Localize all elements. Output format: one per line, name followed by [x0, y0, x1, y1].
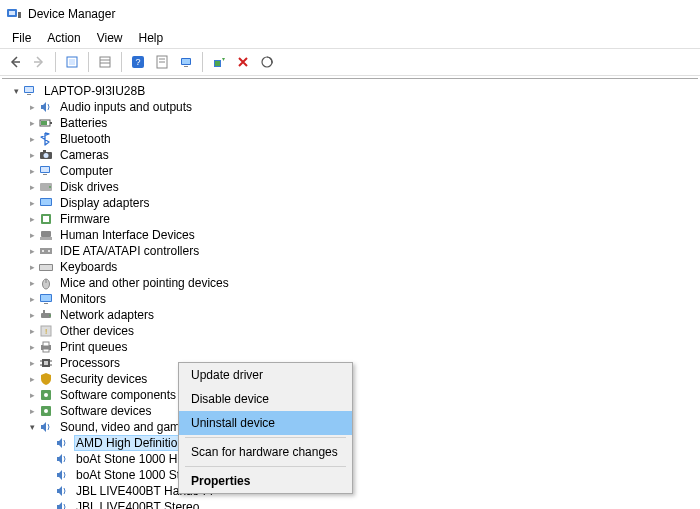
other-icon: !	[38, 323, 54, 339]
add-legacy-button[interactable]	[208, 51, 230, 73]
device-node[interactable]: JBL LIVE400BT Hands-Fr	[42, 483, 698, 499]
svg-rect-37	[41, 231, 51, 237]
help-button[interactable]: ?	[127, 51, 149, 73]
computer-icon	[22, 83, 38, 99]
chevron-icon[interactable]	[26, 373, 38, 385]
menu-file[interactable]: File	[4, 29, 39, 47]
category-node[interactable]: Sound, video and game controllers	[26, 419, 698, 435]
details-button[interactable]	[94, 51, 116, 73]
chevron-icon[interactable]	[26, 197, 38, 209]
chevron-icon[interactable]	[26, 229, 38, 241]
svg-rect-20	[25, 87, 33, 92]
context-menu-item[interactable]: Properties	[179, 469, 352, 493]
menu-help[interactable]: Help	[131, 29, 172, 47]
chevron-icon[interactable]	[26, 405, 38, 417]
svg-point-41	[48, 250, 50, 252]
svg-rect-38	[40, 237, 52, 240]
chevron-icon[interactable]	[26, 101, 38, 113]
svg-rect-14	[182, 59, 190, 64]
back-button[interactable]	[4, 51, 26, 73]
category-node[interactable]: Audio inputs and outputs	[26, 99, 698, 115]
context-menu-item[interactable]: Update driver	[179, 363, 352, 387]
disk-icon	[38, 179, 54, 195]
device-node[interactable]: boAt Stone 1000 Hands	[42, 451, 698, 467]
show-hidden-button[interactable]	[61, 51, 83, 73]
audio-icon	[54, 483, 70, 499]
svg-text:?: ?	[135, 57, 140, 67]
context-menu-item[interactable]: Disable device	[179, 387, 352, 411]
monitor-button[interactable]	[175, 51, 197, 73]
category-node[interactable]: !Other devices	[26, 323, 698, 339]
category-node[interactable]: IDE ATA/ATAPI controllers	[26, 243, 698, 259]
toolbar-sep	[121, 52, 122, 72]
chevron-icon[interactable]	[26, 245, 38, 257]
category-label: Display adapters	[58, 196, 151, 210]
mouse-icon	[38, 275, 54, 291]
menu-action[interactable]: Action	[39, 29, 88, 47]
toolbar: ?	[0, 48, 700, 76]
svg-point-51	[49, 315, 51, 317]
category-node[interactable]: Cameras	[26, 147, 698, 163]
menu-view[interactable]: View	[89, 29, 131, 47]
category-label: Firmware	[58, 212, 112, 226]
svg-rect-48	[44, 303, 48, 304]
chevron-icon[interactable]	[26, 325, 38, 337]
category-node[interactable]: Mice and other pointing devices	[26, 275, 698, 291]
category-node[interactable]: Monitors	[26, 291, 698, 307]
category-node[interactable]: Software components	[26, 387, 698, 403]
chevron-icon[interactable]	[26, 181, 38, 193]
category-node[interactable]: Firmware	[26, 211, 698, 227]
category-node[interactable]: Print queues	[26, 339, 698, 355]
device-node[interactable]: JBL LIVE400BT Stereo	[42, 499, 698, 509]
scan-button[interactable]	[256, 51, 278, 73]
category-node[interactable]: Software devices	[26, 403, 698, 419]
category-node[interactable]: Security devices	[26, 371, 698, 387]
context-menu-item[interactable]: Scan for hardware changes	[179, 440, 352, 464]
category-node[interactable]: Keyboards	[26, 259, 698, 275]
category-node[interactable]: Human Interface Devices	[26, 227, 698, 243]
chevron-icon[interactable]	[26, 261, 38, 273]
context-menu-item[interactable]: Uninstall device	[179, 411, 352, 435]
forward-button[interactable]	[28, 51, 50, 73]
category-node[interactable]: Disk drives	[26, 179, 698, 195]
svg-text:!: !	[45, 327, 47, 336]
category-node[interactable]: Processors	[26, 355, 698, 371]
ide-icon	[38, 243, 54, 259]
category-node[interactable]: Bluetooth	[26, 131, 698, 147]
svg-rect-34	[41, 199, 51, 205]
chevron-icon[interactable]	[26, 277, 38, 289]
delete-button[interactable]	[232, 51, 254, 73]
svg-rect-1	[9, 11, 15, 15]
chevron-icon[interactable]	[26, 213, 38, 225]
chevron-icon[interactable]	[26, 149, 38, 161]
tree-root-node[interactable]: LAPTOP-9I3IU28B	[10, 83, 698, 99]
svg-point-64	[44, 393, 48, 397]
chevron-icon[interactable]	[26, 293, 38, 305]
svg-rect-56	[43, 349, 49, 352]
category-node[interactable]: Display adapters	[26, 195, 698, 211]
audio-icon	[54, 435, 70, 451]
audio-icon	[38, 419, 54, 435]
chevron-icon[interactable]	[26, 421, 38, 433]
chevron-icon[interactable]	[26, 309, 38, 321]
context-menu-separator	[185, 437, 346, 438]
device-node[interactable]: AMD High Definition Au	[42, 435, 698, 451]
window-title: Device Manager	[28, 7, 115, 21]
category-node[interactable]: Computer	[26, 163, 698, 179]
category-node[interactable]: Network adapters	[26, 307, 698, 323]
chevron-icon[interactable]	[26, 341, 38, 353]
device-node[interactable]: boAt Stone 1000 Stereo	[42, 467, 698, 483]
chevron-icon[interactable]	[26, 165, 38, 177]
monitor-icon	[38, 291, 54, 307]
chevron-down-icon[interactable]	[10, 85, 22, 97]
chevron-icon[interactable]	[26, 117, 38, 129]
properties-button[interactable]	[151, 51, 173, 73]
menubar: File Action View Help	[0, 28, 700, 48]
chevron-icon[interactable]	[26, 357, 38, 369]
category-label: Monitors	[58, 292, 108, 306]
chevron-icon[interactable]	[26, 389, 38, 401]
category-node[interactable]: Batteries	[26, 115, 698, 131]
category-label: Processors	[58, 356, 122, 370]
chevron-icon[interactable]	[26, 133, 38, 145]
svg-rect-43	[40, 265, 52, 270]
